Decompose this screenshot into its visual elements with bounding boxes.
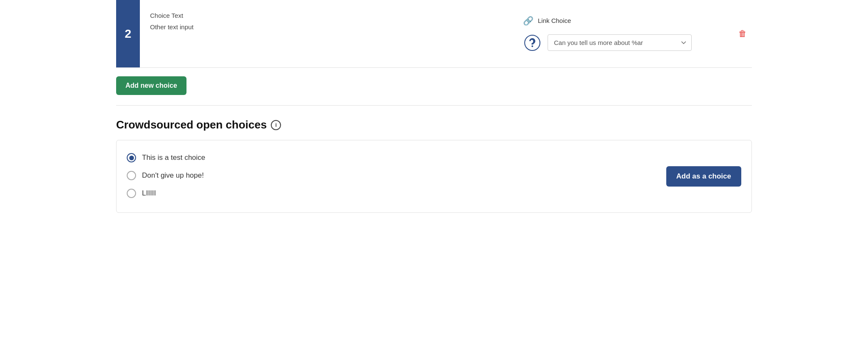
crowdsourced-section: Crowdsourced open choices i This is a te… <box>116 106 752 221</box>
radio-button-2[interactable] <box>127 171 136 180</box>
link-choice-label: Link Choice <box>538 17 571 24</box>
other-text-input-label: Other text input <box>150 23 503 31</box>
add-choice-section: Add new choice <box>116 68 752 106</box>
radio-button-1[interactable] <box>127 153 136 162</box>
choice-option-text-1: This is a test choice <box>142 153 205 162</box>
list-item[interactable]: LIIIII <box>127 184 741 202</box>
choice-number: 2 <box>116 0 140 67</box>
delete-button[interactable]: 🗑 <box>733 25 752 42</box>
followup-row: Can you tell us more about %ar <box>523 33 723 52</box>
choice-option-text-2: Don't give up hope! <box>142 171 204 180</box>
crowdsourced-title: Crowdsourced open choices i <box>116 118 752 131</box>
svg-rect-1 <box>531 45 533 47</box>
followup-select[interactable]: Can you tell us more about %ar <box>548 34 692 51</box>
choice-main: Choice Text Other text input <box>140 0 513 67</box>
choice-text-label: Choice Text <box>150 12 503 19</box>
link-icon: 🔗 <box>523 16 534 26</box>
radio-button-3[interactable] <box>127 189 136 198</box>
add-new-choice-button[interactable]: Add new choice <box>116 76 186 95</box>
svg-point-0 <box>525 35 540 50</box>
info-icon[interactable]: i <box>271 120 281 130</box>
link-choice-row: 🔗 Link Choice <box>523 16 723 26</box>
followup-icon <box>523 33 542 52</box>
choice-row: 2 Choice Text Other text input 🔗 Link Ch… <box>116 0 752 68</box>
list-item[interactable]: Don't give up hope! <box>127 167 741 184</box>
list-item[interactable]: This is a test choice <box>127 149 741 167</box>
add-as-choice-button[interactable]: Add as a choice <box>666 166 741 187</box>
choices-box: This is a test choice Don't give up hope… <box>116 140 752 213</box>
choice-right: 🔗 Link Choice Can you tell us more about… <box>513 0 733 67</box>
choice-option-text-3: LIIIII <box>142 189 156 198</box>
